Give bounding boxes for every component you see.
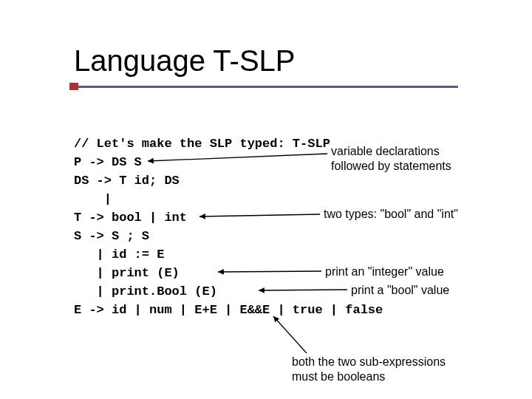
annotation-two-types: two types: "bool" and "int" xyxy=(324,207,458,222)
arrow-icon xyxy=(273,316,307,353)
annotation-text: followed by statements xyxy=(331,160,451,172)
annotation-booleans: both the two sub-expressions must be boo… xyxy=(292,355,446,384)
arrow-icon xyxy=(148,154,327,161)
annotation-print-int: print an "integer" value xyxy=(325,265,444,279)
code-line-7: | id := E xyxy=(74,248,164,262)
code-line-8: | print (E) xyxy=(74,266,180,280)
arrow-icon xyxy=(259,290,347,290)
arrow-icon xyxy=(218,271,321,272)
arrow-icon xyxy=(200,214,320,216)
code-line-5: T -> bool | int xyxy=(74,211,187,225)
code-line-2: P -> DS S xyxy=(74,155,142,169)
title-rule xyxy=(74,86,458,88)
annotation-text: variable declarations xyxy=(331,145,440,157)
title-tick xyxy=(69,83,78,90)
code-line-1: // Let's make the SLP typed: T-SLP xyxy=(74,137,330,151)
annotation-text: both the two sub-expressions xyxy=(292,355,446,368)
slide: Language T-SLP // Let's make the SLP typ… xyxy=(0,0,532,399)
annotation-print-bool: print a "bool" value xyxy=(351,283,449,298)
code-line-4: | xyxy=(74,192,112,206)
slide-title: Language T-SLP xyxy=(74,44,296,78)
annotation-text: must be booleans xyxy=(292,370,385,383)
code-line-10: E -> id | num | E+E | E&&E | true | fals… xyxy=(74,303,383,317)
code-line-9: | print.Bool (E) xyxy=(74,284,217,299)
code-line-3: DS -> T id; DS xyxy=(74,174,180,188)
code-line-6: S -> S ; S xyxy=(74,229,149,243)
annotation-var-decl: variable declarations followed by statem… xyxy=(331,144,451,174)
